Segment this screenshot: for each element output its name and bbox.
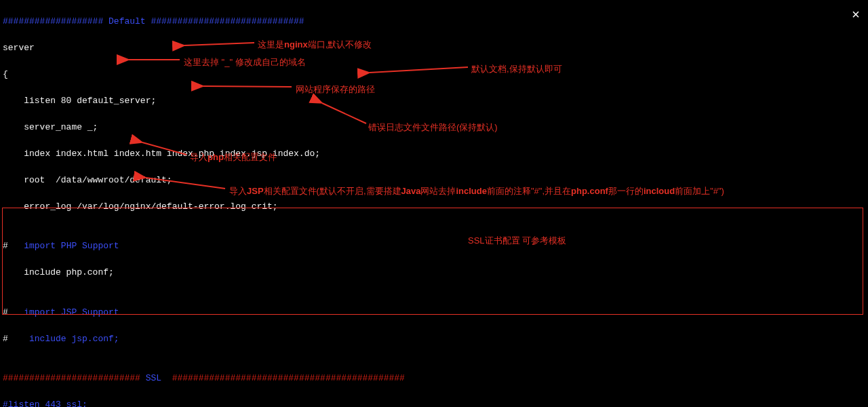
terminal-content: ################### Default ############… bbox=[0, 0, 868, 407]
config-line-includejsp: # include jsp.conf; bbox=[3, 332, 865, 346]
annotation-domain: 这里去掉 "_" 修改成自己的域名 bbox=[184, 56, 306, 69]
annotation-errorlog: 错误日志文件文件路径(保持默认) bbox=[368, 121, 498, 134]
section-header-ssl: ########################## SSL #########… bbox=[3, 372, 865, 385]
close-icon[interactable]: × bbox=[852, 5, 860, 26]
config-line-listen: listen 80 default_server; bbox=[3, 94, 865, 108]
config-line-ssl: #listen 443 ssl; bbox=[3, 398, 865, 407]
section-header-default: ################### Default ############… bbox=[3, 15, 865, 28]
annotation-ssl-template: SSL证书配置 可参考模板 bbox=[468, 234, 566, 248]
config-line-jspimport: # import JSP Support bbox=[3, 306, 865, 319]
annotation-root-path: 网站程序保存的路径 bbox=[296, 83, 375, 96]
config-line-index: index index.html index.htm index.php ind… bbox=[3, 147, 865, 161]
config-line-includephp: include php.conf; bbox=[3, 266, 865, 279]
annotation-php: 导入php相关配置文件 bbox=[190, 151, 277, 164]
annotation-default-doc: 默认文档,保持默认即可 bbox=[471, 62, 562, 76]
config-line-phpimport: # import PHP Support bbox=[3, 239, 865, 253]
annotation-nginx-port: 这里是nginx端口,默认不修改 bbox=[258, 38, 372, 52]
config-line: server bbox=[3, 41, 865, 55]
config-line-errorlog: error_log /var/log/nginx/default-error.l… bbox=[3, 200, 865, 214]
annotation-jsp: 导入JSP相关配置文件(默认不开启,需要搭建Java网站去掉include前面的… bbox=[229, 185, 724, 198]
config-line: { bbox=[3, 68, 865, 81]
